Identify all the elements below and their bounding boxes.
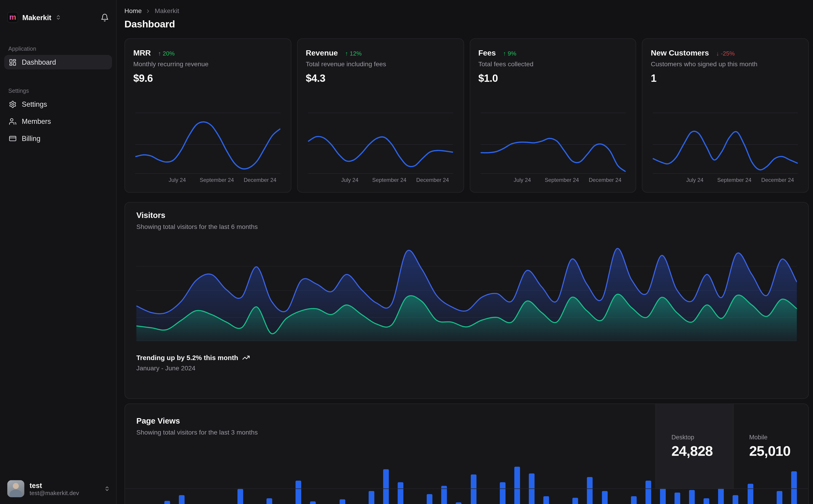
page-views-tabs: Desktop 24,828 Mobile 25,010 (656, 404, 808, 488)
stat-title: MRR (133, 48, 151, 57)
layout-dashboard-icon (9, 58, 17, 66)
visitors-card: Visitors Showing total visitors for the … (124, 202, 809, 399)
gear-icon (9, 100, 17, 108)
makerkit-logo: m (7, 12, 18, 23)
bar (368, 491, 374, 504)
stat-cards-row: MRR↑ 20%Monthly recurring revenue$9.6Jul… (124, 38, 809, 193)
bar (456, 502, 462, 504)
sidebar-item-label: Settings (22, 100, 47, 108)
visitors-date-range: January - June 2024 (136, 365, 797, 372)
bar (631, 496, 637, 504)
stat-value: 1 (651, 72, 800, 84)
trend-down-badge: ↓ -25% (716, 50, 735, 56)
breadcrumb: Home Makerkit (124, 7, 809, 15)
page-title: Dashboard (124, 19, 809, 30)
user-name: test (29, 481, 79, 489)
tab-desktop-label: Desktop (672, 433, 733, 440)
logo-letter: m (9, 13, 16, 21)
sidebar-item-settings[interactable]: Settings (4, 97, 112, 111)
spark-line-chart: July 24September 24December 24 (478, 112, 627, 184)
tab-desktop[interactable]: Desktop 24,828 (656, 404, 733, 488)
bell-icon[interactable] (101, 13, 109, 21)
x-axis-label: September 24 (199, 177, 234, 183)
bar (238, 489, 243, 504)
chevron-right-icon (145, 8, 151, 14)
spark-line-chart: July 24September 24December 24 (133, 112, 283, 184)
visitors-title: Visitors (136, 211, 797, 220)
bar (310, 501, 316, 504)
stat-card-new-customers: New Customers↓ -25%Customers who signed … (642, 38, 809, 193)
x-axis-label: July 24 (514, 177, 531, 183)
user-email: test@makerkit.dev (29, 490, 79, 496)
spark-line-chart: July 24September 24December 24 (651, 112, 800, 184)
stat-card-mrr: MRR↑ 20%Monthly recurring revenue$9.6Jul… (124, 38, 291, 193)
app-window: m Makerkit Application Dashboard Setting… (0, 0, 813, 504)
bar (777, 491, 782, 504)
x-axis-label: September 24 (372, 177, 407, 183)
stat-title: Revenue (306, 48, 338, 57)
spark-x-axis: July 24September 24December 24 (306, 177, 455, 184)
trend-up-badge: ↑ 20% (158, 50, 174, 56)
user-menu[interactable]: test test@makerkit.dev (0, 475, 116, 504)
breadcrumb-current: Makerkit (154, 7, 179, 15)
bar (179, 495, 185, 504)
stat-subtitle: Total fees collected (478, 61, 627, 68)
chevrons-up-down-icon (104, 486, 110, 492)
stat-subtitle: Total revenue including fees (306, 61, 455, 68)
stat-value: $9.6 (133, 72, 283, 84)
sidebar-item-members[interactable]: Members (4, 114, 112, 128)
tab-mobile-label: Mobile (749, 433, 808, 440)
x-axis-label: December 24 (589, 177, 622, 183)
bar (602, 491, 607, 504)
sidebar: m Makerkit Application Dashboard Setting… (0, 0, 117, 504)
breadcrumb-home[interactable]: Home (124, 7, 142, 15)
x-axis-label: December 24 (416, 177, 449, 183)
stat-subtitle: Customers who signed up this month (651, 61, 800, 68)
x-axis-label: July 24 (686, 177, 703, 183)
stat-value: $4.3 (306, 72, 455, 84)
trending-up-icon (243, 354, 250, 361)
bar (704, 498, 709, 504)
tab-desktop-value: 24,828 (672, 443, 733, 459)
team-name: Makerkit (22, 13, 51, 21)
visitors-subtitle: Showing total visitors for the last 6 mo… (136, 223, 797, 231)
avatar (7, 480, 24, 497)
page-views-bar-chart (135, 489, 797, 504)
sidebar-section-settings: Settings (0, 88, 116, 94)
visitors-trend-text: Trending up by 5.2% this month (136, 354, 238, 361)
bar (339, 499, 345, 504)
stat-card-revenue: Revenue↑ 12%Total revenue including fees… (297, 38, 464, 193)
tab-mobile-value: 25,010 (749, 443, 808, 459)
main-content: Home Makerkit Dashboard MRR↑ 20%Monthly … (117, 0, 813, 504)
spark-x-axis: July 24September 24December 24 (133, 177, 283, 184)
spark-x-axis: July 24September 24December 24 (651, 177, 800, 184)
sidebar-section-application: Application (0, 46, 116, 52)
bar (733, 495, 739, 504)
sidebar-item-label: Billing (22, 134, 40, 142)
tab-mobile[interactable]: Mobile 25,010 (733, 404, 808, 488)
team-switcher[interactable]: m Makerkit (0, 0, 116, 27)
x-axis-label: July 24 (168, 177, 186, 183)
x-axis-label: December 24 (244, 177, 277, 183)
stat-title: New Customers (651, 48, 709, 57)
sidebar-item-label: Members (22, 117, 51, 125)
visitors-footer: Trending up by 5.2% this month January -… (136, 354, 797, 372)
bar (718, 487, 724, 504)
spark-x-axis: July 24September 24December 24 (478, 177, 627, 184)
page-views-card: Page Views Showing total visitors for th… (124, 403, 809, 504)
spark-line-chart: July 24September 24December 24 (306, 112, 455, 184)
bar (573, 498, 578, 504)
x-axis-label: December 24 (761, 177, 794, 183)
bar (427, 494, 432, 504)
stat-title: Fees (478, 48, 496, 57)
stat-subtitle: Monthly recurring revenue (133, 61, 283, 68)
sidebar-item-dashboard[interactable]: Dashboard (4, 55, 112, 69)
x-axis-label: July 24 (341, 177, 358, 183)
page-views-subtitle: Showing total visitors for the last 3 mo… (136, 429, 644, 436)
bar (164, 501, 170, 504)
page-views-header: Page Views Showing total visitors for th… (125, 404, 808, 489)
bar (675, 493, 680, 504)
sidebar-item-billing[interactable]: Billing (4, 131, 112, 146)
sidebar-item-label: Dashboard (22, 58, 56, 66)
bar (267, 498, 272, 504)
